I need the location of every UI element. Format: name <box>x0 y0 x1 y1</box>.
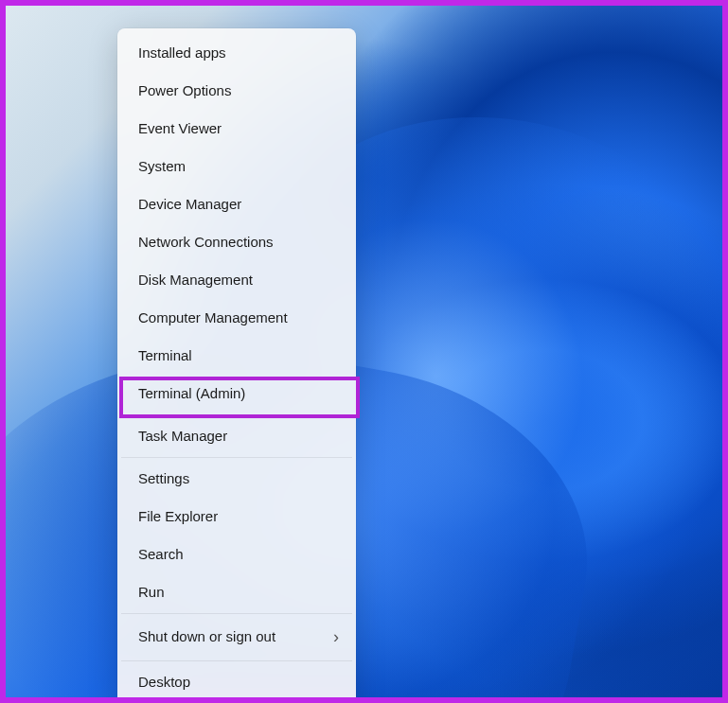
menu-item-file-explorer[interactable]: File Explorer <box>117 498 356 536</box>
menu-item-power-options[interactable]: Power Options <box>117 72 356 110</box>
chevron-right-icon: › <box>333 624 339 651</box>
menu-item-terminal-admin[interactable]: Terminal (Admin) <box>117 375 356 413</box>
menu-item-disk-management[interactable]: Disk Management <box>117 261 356 299</box>
screenshot-frame: Installed appsPower OptionsEvent ViewerS… <box>0 0 728 703</box>
menu-item-shutdown[interactable]: Shut down or sign out› <box>117 616 356 659</box>
menu-item-installed-apps[interactable]: Installed apps <box>117 34 356 72</box>
menu-item-label: System <box>138 155 186 178</box>
menu-item-label: Power Options <box>138 79 231 102</box>
menu-separator <box>121 457 352 458</box>
menu-item-label: Device Manager <box>138 193 241 216</box>
menu-item-label: Network Connections <box>138 231 274 254</box>
menu-item-label: Terminal (Admin) <box>138 382 245 405</box>
desktop-wallpaper <box>6 6 722 697</box>
menu-item-desktop[interactable]: Desktop <box>117 663 356 701</box>
menu-separator <box>121 660 352 661</box>
menu-item-label: Disk Management <box>138 269 253 291</box>
menu-item-label: File Explorer <box>138 505 218 528</box>
menu-item-label: Event Viewer <box>138 117 222 140</box>
menu-item-run[interactable]: Run <box>117 573 356 611</box>
menu-item-label: Terminal <box>138 344 192 367</box>
menu-item-label: Computer Management <box>138 307 288 329</box>
menu-separator <box>121 613 352 614</box>
menu-item-device-manager[interactable]: Device Manager <box>117 185 356 223</box>
menu-item-settings[interactable]: Settings <box>117 460 356 498</box>
menu-item-label: Shut down or sign out <box>138 625 275 648</box>
menu-item-label: Search <box>138 543 184 566</box>
menu-item-network-connections[interactable]: Network Connections <box>117 223 356 261</box>
menu-item-label: Installed apps <box>138 42 226 64</box>
menu-item-label: Desktop <box>138 671 190 694</box>
menu-item-event-viewer[interactable]: Event Viewer <box>117 110 356 148</box>
menu-item-search[interactable]: Search <box>117 536 356 573</box>
menu-item-terminal[interactable]: Terminal <box>117 337 356 375</box>
winx-context-menu: Installed appsPower OptionsEvent ViewerS… <box>117 28 356 703</box>
menu-item-label: Settings <box>138 467 189 490</box>
menu-item-computer-management[interactable]: Computer Management <box>117 299 356 337</box>
menu-item-label: Task Manager <box>138 425 227 448</box>
menu-separator <box>121 414 352 415</box>
menu-item-system[interactable]: System <box>117 148 356 185</box>
menu-item-task-manager[interactable]: Task Manager <box>117 417 356 455</box>
menu-item-label: Run <box>138 581 165 604</box>
